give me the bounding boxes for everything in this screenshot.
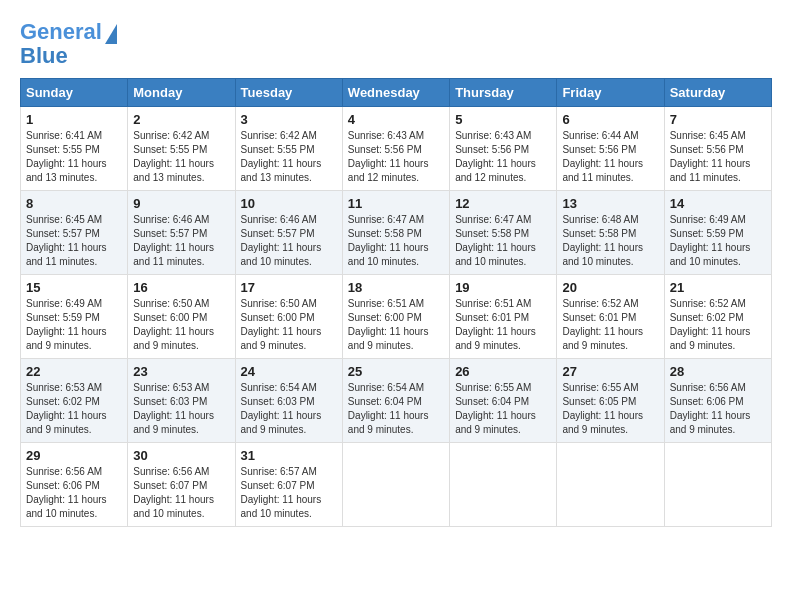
- calendar-day-cell: 12 Sunrise: 6:47 AMSunset: 5:58 PMDaylig…: [450, 191, 557, 275]
- calendar-day-cell: 3 Sunrise: 6:42 AMSunset: 5:55 PMDayligh…: [235, 107, 342, 191]
- day-info: Sunrise: 6:52 AMSunset: 6:01 PMDaylight:…: [562, 297, 658, 353]
- day-info: Sunrise: 6:50 AMSunset: 6:00 PMDaylight:…: [133, 297, 229, 353]
- calendar-day-cell: 18 Sunrise: 6:51 AMSunset: 6:00 PMDaylig…: [342, 275, 449, 359]
- day-number: 23: [133, 364, 229, 379]
- day-info: Sunrise: 6:45 AMSunset: 5:56 PMDaylight:…: [670, 129, 766, 185]
- day-number: 27: [562, 364, 658, 379]
- calendar-day-header: Wednesday: [342, 79, 449, 107]
- calendar-day-cell: 11 Sunrise: 6:47 AMSunset: 5:58 PMDaylig…: [342, 191, 449, 275]
- calendar-day-cell: 29 Sunrise: 6:56 AMSunset: 6:06 PMDaylig…: [21, 443, 128, 527]
- calendar-day-cell: 30 Sunrise: 6:56 AMSunset: 6:07 PMDaylig…: [128, 443, 235, 527]
- calendar-day-cell: 5 Sunrise: 6:43 AMSunset: 5:56 PMDayligh…: [450, 107, 557, 191]
- day-number: 9: [133, 196, 229, 211]
- calendar-day-cell: 31 Sunrise: 6:57 AMSunset: 6:07 PMDaylig…: [235, 443, 342, 527]
- calendar-day-cell: 17 Sunrise: 6:50 AMSunset: 6:00 PMDaylig…: [235, 275, 342, 359]
- calendar-day-header: Sunday: [21, 79, 128, 107]
- calendar-day-cell: 27 Sunrise: 6:55 AMSunset: 6:05 PMDaylig…: [557, 359, 664, 443]
- day-number: 11: [348, 196, 444, 211]
- day-info: Sunrise: 6:43 AMSunset: 5:56 PMDaylight:…: [455, 129, 551, 185]
- logo-text-general: General: [20, 20, 102, 44]
- calendar-day-cell: [557, 443, 664, 527]
- day-number: 3: [241, 112, 337, 127]
- day-info: Sunrise: 6:41 AMSunset: 5:55 PMDaylight:…: [26, 129, 122, 185]
- day-info: Sunrise: 6:51 AMSunset: 6:01 PMDaylight:…: [455, 297, 551, 353]
- day-info: Sunrise: 6:43 AMSunset: 5:56 PMDaylight:…: [348, 129, 444, 185]
- day-info: Sunrise: 6:51 AMSunset: 6:00 PMDaylight:…: [348, 297, 444, 353]
- logo: General Blue: [20, 20, 117, 68]
- day-info: Sunrise: 6:56 AMSunset: 6:06 PMDaylight:…: [670, 381, 766, 437]
- day-number: 12: [455, 196, 551, 211]
- calendar-day-cell: 25 Sunrise: 6:54 AMSunset: 6:04 PMDaylig…: [342, 359, 449, 443]
- day-number: 16: [133, 280, 229, 295]
- calendar-day-header: Saturday: [664, 79, 771, 107]
- day-number: 14: [670, 196, 766, 211]
- calendar-day-cell: 16 Sunrise: 6:50 AMSunset: 6:00 PMDaylig…: [128, 275, 235, 359]
- day-info: Sunrise: 6:55 AMSunset: 6:04 PMDaylight:…: [455, 381, 551, 437]
- calendar-week-row: 8 Sunrise: 6:45 AMSunset: 5:57 PMDayligh…: [21, 191, 772, 275]
- day-number: 1: [26, 112, 122, 127]
- calendar-day-cell: 24 Sunrise: 6:54 AMSunset: 6:03 PMDaylig…: [235, 359, 342, 443]
- day-info: Sunrise: 6:47 AMSunset: 5:58 PMDaylight:…: [348, 213, 444, 269]
- day-number: 2: [133, 112, 229, 127]
- calendar-day-cell: 28 Sunrise: 6:56 AMSunset: 6:06 PMDaylig…: [664, 359, 771, 443]
- logo-triangle-icon: [105, 24, 117, 44]
- day-number: 4: [348, 112, 444, 127]
- calendar-week-row: 15 Sunrise: 6:49 AMSunset: 5:59 PMDaylig…: [21, 275, 772, 359]
- calendar-header-row: SundayMondayTuesdayWednesdayThursdayFrid…: [21, 79, 772, 107]
- calendar-day-cell: 19 Sunrise: 6:51 AMSunset: 6:01 PMDaylig…: [450, 275, 557, 359]
- calendar-day-cell: 13 Sunrise: 6:48 AMSunset: 5:58 PMDaylig…: [557, 191, 664, 275]
- day-number: 21: [670, 280, 766, 295]
- calendar-day-cell: [342, 443, 449, 527]
- day-info: Sunrise: 6:46 AMSunset: 5:57 PMDaylight:…: [133, 213, 229, 269]
- day-info: Sunrise: 6:49 AMSunset: 5:59 PMDaylight:…: [670, 213, 766, 269]
- day-number: 15: [26, 280, 122, 295]
- day-number: 31: [241, 448, 337, 463]
- day-number: 28: [670, 364, 766, 379]
- day-number: 29: [26, 448, 122, 463]
- day-info: Sunrise: 6:53 AMSunset: 6:03 PMDaylight:…: [133, 381, 229, 437]
- calendar-day-header: Friday: [557, 79, 664, 107]
- day-info: Sunrise: 6:56 AMSunset: 6:07 PMDaylight:…: [133, 465, 229, 521]
- day-number: 30: [133, 448, 229, 463]
- calendar-day-cell: 9 Sunrise: 6:46 AMSunset: 5:57 PMDayligh…: [128, 191, 235, 275]
- calendar-day-cell: 8 Sunrise: 6:45 AMSunset: 5:57 PMDayligh…: [21, 191, 128, 275]
- day-number: 6: [562, 112, 658, 127]
- day-number: 20: [562, 280, 658, 295]
- calendar-day-cell: 26 Sunrise: 6:55 AMSunset: 6:04 PMDaylig…: [450, 359, 557, 443]
- day-info: Sunrise: 6:53 AMSunset: 6:02 PMDaylight:…: [26, 381, 122, 437]
- day-info: Sunrise: 6:57 AMSunset: 6:07 PMDaylight:…: [241, 465, 337, 521]
- day-info: Sunrise: 6:52 AMSunset: 6:02 PMDaylight:…: [670, 297, 766, 353]
- day-number: 5: [455, 112, 551, 127]
- calendar-day-cell: 22 Sunrise: 6:53 AMSunset: 6:02 PMDaylig…: [21, 359, 128, 443]
- calendar-day-cell: 2 Sunrise: 6:42 AMSunset: 5:55 PMDayligh…: [128, 107, 235, 191]
- day-info: Sunrise: 6:55 AMSunset: 6:05 PMDaylight:…: [562, 381, 658, 437]
- logo-text-blue: Blue: [20, 44, 68, 68]
- calendar-day-header: Tuesday: [235, 79, 342, 107]
- calendar-table: SundayMondayTuesdayWednesdayThursdayFrid…: [20, 78, 772, 527]
- calendar-body: 1 Sunrise: 6:41 AMSunset: 5:55 PMDayligh…: [21, 107, 772, 527]
- calendar-day-cell: 21 Sunrise: 6:52 AMSunset: 6:02 PMDaylig…: [664, 275, 771, 359]
- calendar-day-cell: [664, 443, 771, 527]
- day-info: Sunrise: 6:47 AMSunset: 5:58 PMDaylight:…: [455, 213, 551, 269]
- calendar-day-cell: 4 Sunrise: 6:43 AMSunset: 5:56 PMDayligh…: [342, 107, 449, 191]
- day-number: 10: [241, 196, 337, 211]
- day-info: Sunrise: 6:54 AMSunset: 6:04 PMDaylight:…: [348, 381, 444, 437]
- day-info: Sunrise: 6:46 AMSunset: 5:57 PMDaylight:…: [241, 213, 337, 269]
- calendar-day-cell: 1 Sunrise: 6:41 AMSunset: 5:55 PMDayligh…: [21, 107, 128, 191]
- calendar-day-cell: 15 Sunrise: 6:49 AMSunset: 5:59 PMDaylig…: [21, 275, 128, 359]
- day-number: 17: [241, 280, 337, 295]
- day-number: 24: [241, 364, 337, 379]
- calendar-day-cell: 23 Sunrise: 6:53 AMSunset: 6:03 PMDaylig…: [128, 359, 235, 443]
- day-number: 8: [26, 196, 122, 211]
- calendar-week-row: 22 Sunrise: 6:53 AMSunset: 6:02 PMDaylig…: [21, 359, 772, 443]
- day-info: Sunrise: 6:48 AMSunset: 5:58 PMDaylight:…: [562, 213, 658, 269]
- calendar-week-row: 1 Sunrise: 6:41 AMSunset: 5:55 PMDayligh…: [21, 107, 772, 191]
- day-info: Sunrise: 6:49 AMSunset: 5:59 PMDaylight:…: [26, 297, 122, 353]
- day-info: Sunrise: 6:44 AMSunset: 5:56 PMDaylight:…: [562, 129, 658, 185]
- day-info: Sunrise: 6:56 AMSunset: 6:06 PMDaylight:…: [26, 465, 122, 521]
- day-number: 25: [348, 364, 444, 379]
- calendar-day-cell: 10 Sunrise: 6:46 AMSunset: 5:57 PMDaylig…: [235, 191, 342, 275]
- day-number: 13: [562, 196, 658, 211]
- day-info: Sunrise: 6:42 AMSunset: 5:55 PMDaylight:…: [133, 129, 229, 185]
- page-header: General Blue: [20, 20, 772, 68]
